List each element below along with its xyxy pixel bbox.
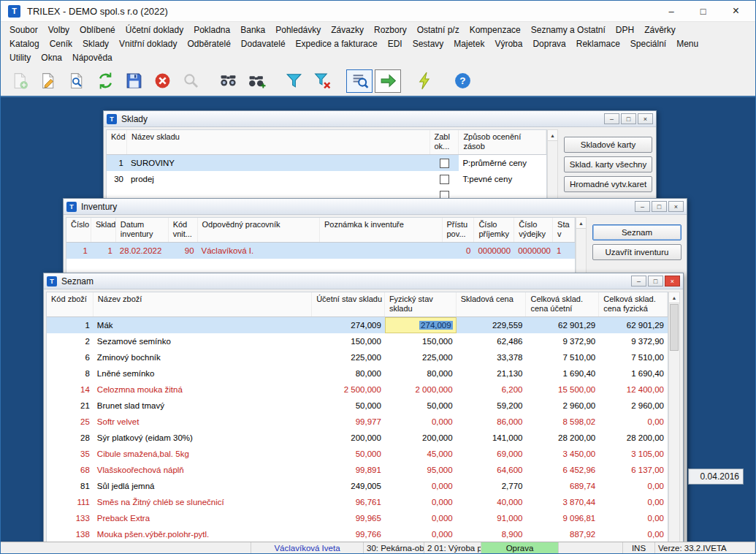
minimize-button[interactable]: – <box>635 201 650 212</box>
inventury-table-row[interactable]: 1128.02.202290Václavíková I.000000000000… <box>66 243 575 259</box>
menu-item-pohledavky[interactable]: Pohledávky <box>270 23 326 37</box>
new-document-button[interactable] <box>7 69 33 93</box>
seznam-button[interactable]: Seznam <box>592 224 681 240</box>
cell: 68 <box>47 462 93 478</box>
scroll-up-icon[interactable]: ▲ <box>576 218 586 229</box>
seznam-table-row[interactable]: 6Zminový bochník225,000225,00033,3787 51… <box>47 349 668 365</box>
menu-item-dph[interactable]: DPH <box>611 23 639 37</box>
menu-item-soubor[interactable]: Soubor <box>4 23 43 37</box>
menu-item-edi[interactable]: EDI <box>383 37 408 51</box>
filter-button[interactable] <box>280 69 307 93</box>
view-record-button[interactable] <box>64 69 90 93</box>
seznam-scrollbar[interactable]: ▲ <box>668 292 680 542</box>
maximize-button[interactable]: □ <box>648 276 663 287</box>
cell: 141,000 <box>457 430 527 446</box>
menu-item-volby[interactable]: Volby <box>43 23 75 37</box>
menu-item-utility[interactable]: Utility <box>4 51 36 65</box>
seznam-table-row[interactable]: 1Mák274,009274,009229,55962 901,2962 901… <box>47 317 668 333</box>
menu-item-sestavy[interactable]: Sestavy <box>408 37 449 51</box>
app-minimize-button[interactable]: – <box>669 6 674 17</box>
minimize-button[interactable]: – <box>604 113 619 124</box>
save-button[interactable] <box>121 69 147 93</box>
app-maximize-button[interactable]: □ <box>700 6 706 17</box>
search-add-button[interactable] <box>243 69 270 93</box>
uzavrit-inventuru-button[interactable]: Uzavřít inventuru <box>592 244 681 260</box>
window-controls: – □ × <box>669 4 748 18</box>
hromadne-vytv-karet-button[interactable]: Hromadné vytv.karet <box>564 176 652 192</box>
inventury-column-header: Odpovědný pracovník <box>198 218 320 242</box>
menu-item-dodavatele[interactable]: Dodavatelé <box>236 37 291 51</box>
menu-item-expedice-a-fakturace[interactable]: Expedice a fakturace <box>291 37 383 51</box>
seznam-table-row[interactable]: 2Sezamové semínko150,000150,00062,4869 3… <box>47 333 668 349</box>
menu-item-sklady[interactable]: Sklady <box>77 37 114 51</box>
skladove-karty-button[interactable]: Skladové karty <box>564 137 652 153</box>
menu-item-zaverky[interactable]: Závěrky <box>639 23 681 37</box>
app-titlebar[interactable]: T TRILEX - DEMO spol.s r.o (2022) – □ × <box>1 1 755 21</box>
menu-item-odberatele[interactable]: Odběratelé <box>182 37 235 51</box>
close-button[interactable]: × <box>665 276 680 287</box>
scroll-up-icon[interactable]: ▲ <box>669 292 679 303</box>
seznam-table-row[interactable]: 35Cibule smažená,bal. 5kg50,00045,00069,… <box>47 446 668 462</box>
seznam-table-row[interactable]: 111Směs na Žitný chléb se slunečnicí96,7… <box>47 494 668 510</box>
refresh-button[interactable] <box>92 69 118 93</box>
inventury-titlebar[interactable]: T Inventury – □ × <box>64 199 687 215</box>
sklady-table-row[interactable]: 1SUROVINYP:průměrné ceny <box>107 155 546 171</box>
close-button[interactable]: × <box>638 113 653 124</box>
menu-item-majetek[interactable]: Majetek <box>448 37 489 51</box>
menu-item-menu[interactable]: Menu <box>671 37 703 51</box>
scrollbar-thumb[interactable] <box>670 304 679 351</box>
seznam-table-row[interactable]: 81Sůl jedlá jemná249,0050,0002,770689,74… <box>47 478 668 494</box>
menu-item-ucetni-doklady[interactable]: Účetní doklady <box>121 23 188 37</box>
search-button[interactable] <box>215 69 241 93</box>
cell: 0,00 <box>599 526 668 542</box>
menu-item-pokladna[interactable]: Pokladna <box>188 23 235 37</box>
quick-view-button[interactable] <box>346 69 373 93</box>
edit-record-button[interactable] <box>35 69 61 93</box>
menu-item-vnitrni-doklady[interactable]: Vnitřní doklady <box>114 37 182 51</box>
menu-item-banka[interactable]: Banka <box>235 23 270 37</box>
minimize-button[interactable]: – <box>631 276 646 287</box>
recalculate-button[interactable] <box>412 69 438 93</box>
seznam-titlebar[interactable]: T Seznam – □ × <box>44 273 683 289</box>
menu-item-kompenzace[interactable]: Kompenzace <box>465 23 526 37</box>
seznam-table-row[interactable]: 28Sýr platkový (eidam 30%)200,000200,000… <box>47 430 668 446</box>
delete-button[interactable] <box>149 69 175 93</box>
menu-item-doprava[interactable]: Doprava <box>527 37 570 51</box>
edit-cell[interactable]: 274,009 <box>385 317 457 333</box>
menu-item-specialni[interactable]: Speciální <box>625 37 671 51</box>
zabl-checkbox[interactable] <box>440 159 449 168</box>
menu-item-vyroba[interactable]: Výroba <box>489 37 527 51</box>
maximize-button[interactable]: □ <box>652 201 667 212</box>
sklady-titlebar[interactable]: T Sklady – □ × <box>104 111 656 127</box>
menu-item-ostatni-p-z[interactable]: Ostatní p/z <box>412 23 465 37</box>
seznam-table-row[interactable]: 8Lněné semínko80,00080,00021,1301 690,40… <box>47 365 668 382</box>
seznam-table-row[interactable]: 14Celozmna mouka žitná2 500,0002 000,000… <box>47 382 668 398</box>
maximize-button[interactable]: □ <box>621 113 636 124</box>
zabl-checkbox[interactable] <box>440 175 449 184</box>
save-icon <box>125 72 143 90</box>
close-button[interactable]: × <box>668 201 684 212</box>
sklad-karty-vsechny-button[interactable]: Sklad. karty všechny <box>564 156 652 172</box>
seznam-table-row[interactable]: 25Softr velvet99,9770,00086,0008 598,020… <box>47 414 668 430</box>
zoom-button[interactable] <box>177 69 204 93</box>
sklady-table-row[interactable]: 30prodejT:pevné ceny <box>107 171 546 187</box>
app-close-button[interactable]: × <box>733 4 739 18</box>
menu-item-seznamy-a-ostatni[interactable]: Seznamy a Ostatní <box>526 23 611 37</box>
menu-item-zavazky[interactable]: Závazky <box>326 23 369 37</box>
seznam-table-row[interactable]: 133Preback Extra99,9650,00091,0009 096,8… <box>47 510 668 526</box>
menu-item-oblibene[interactable]: Oblíbené <box>75 23 121 37</box>
scroll-up-icon[interactable]: ▲ <box>548 130 557 141</box>
seznam-table-row[interactable]: 138Mouka pšen.výběr.polohr-pytl.99,7660,… <box>47 526 668 542</box>
menu-item-reklamace[interactable]: Reklamace <box>571 37 625 51</box>
cell: 86,000 <box>457 414 527 430</box>
menu-item-cenik[interactable]: Ceník <box>45 37 77 51</box>
seznam-table-row[interactable]: 21Brunet slad tmavý50,00050,00059,2002 9… <box>47 398 668 414</box>
help-button[interactable]: ? <box>449 69 476 93</box>
seznam-table-row[interactable]: 68Vlašskoořechová náplň99,89195,00064,60… <box>47 462 668 478</box>
menu-item-okna[interactable]: Okna <box>36 51 67 65</box>
menu-item-napoveda[interactable]: Nápověda <box>67 51 118 65</box>
go-next-button[interactable] <box>375 69 401 93</box>
filter-clear-button[interactable] <box>309 69 335 93</box>
menu-item-katalog[interactable]: Katalog <box>4 37 45 51</box>
menu-item-rozbory[interactable]: Rozbory <box>369 23 412 37</box>
